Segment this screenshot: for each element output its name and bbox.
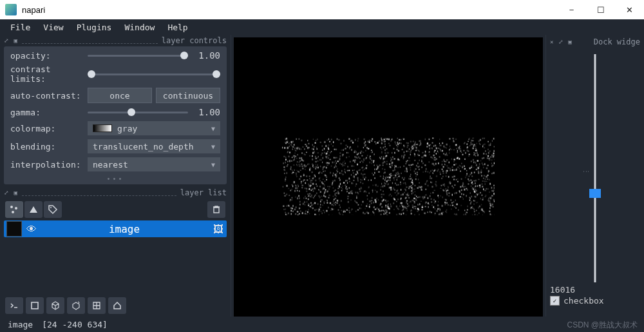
- opacity-slider[interactable]: [88, 50, 188, 61]
- svg-point-1: [15, 207, 17, 210]
- opacity-value: 1.00: [193, 50, 220, 61]
- shapes-icon: [28, 204, 39, 215]
- dock-widget-header: ✕ ⤢ ▣ Dock widge: [550, 36, 640, 48]
- layer-row[interactable]: 👁 image 🖼: [4, 220, 227, 237]
- watermark: CSDN @胜战大叔术: [567, 320, 638, 331]
- interpolation-select[interactable]: nearest▼: [88, 157, 220, 171]
- drag-handle-icon[interactable]: ⋮: [583, 168, 590, 175]
- reset-view-button[interactable]: [108, 297, 126, 314]
- delete-layer-button[interactable]: [207, 201, 225, 218]
- console-icon: [9, 300, 19, 311]
- layer-name: image: [39, 223, 210, 235]
- trash-icon: [211, 204, 222, 215]
- undock-icon[interactable]: ⤢ ▣: [4, 37, 18, 44]
- title-bar: napari − ☐ ✕: [0, 0, 644, 19]
- left-panel: ⤢ ▣ layer controls opacity: 1.00 contras…: [0, 35, 231, 332]
- layer-tools: [0, 199, 231, 220]
- svg-point-0: [10, 206, 13, 208]
- cube-icon: [50, 300, 61, 311]
- menu-file[interactable]: File: [4, 21, 37, 34]
- tag-icon: [48, 204, 58, 215]
- visibility-toggle-icon[interactable]: 👁: [24, 223, 39, 235]
- add-points-layer-button[interactable]: [5, 201, 23, 218]
- menu-window[interactable]: Window: [118, 21, 161, 34]
- colormap-swatch-icon: [93, 124, 112, 132]
- square-icon: [30, 300, 40, 311]
- image-icon: 🖼: [210, 223, 227, 235]
- contrast-limits-slider[interactable]: [88, 69, 220, 79]
- contrast-limits-label: contrast limits:: [10, 64, 88, 84]
- chevron-down-icon: ▼: [211, 161, 215, 168]
- window-title: napari: [22, 5, 45, 15]
- svg-rect-4: [32, 302, 38, 309]
- menu-view[interactable]: View: [37, 21, 70, 34]
- undock-icon[interactable]: ✕ ⤢ ▣: [550, 39, 573, 45]
- status-bar: image [24 -240 634]: [0, 317, 644, 332]
- svg-point-2: [12, 211, 14, 213]
- checkbox[interactable]: ✓: [550, 296, 560, 306]
- status-layer-name: image: [8, 320, 33, 329]
- transpose-button[interactable]: [67, 297, 85, 314]
- auto-contrast-once-button[interactable]: once: [88, 88, 152, 103]
- layer-controls-panel: opacity: 1.00 contrast limits: auto-cont…: [4, 46, 227, 184]
- auto-contrast-label: auto-contrast:: [10, 91, 88, 101]
- ndisplay-button[interactable]: [26, 297, 44, 314]
- colormap-select[interactable]: gray▼: [88, 121, 220, 135]
- layer-list: 👁 image 🖼: [0, 220, 231, 237]
- close-button[interactable]: ✕: [615, 0, 644, 19]
- add-shapes-layer-button[interactable]: [24, 201, 43, 218]
- add-labels-layer-button[interactable]: [44, 201, 62, 218]
- drag-handle-icon[interactable]: •••: [10, 175, 220, 183]
- roll-dims-button[interactable]: [46, 297, 64, 314]
- home-icon: [112, 300, 122, 311]
- chevron-down-icon: ▼: [211, 143, 215, 150]
- canvas[interactable]: [234, 37, 543, 318]
- interpolation-label: interpolation:: [10, 160, 88, 170]
- maximize-button[interactable]: ☐: [586, 0, 615, 19]
- blending-label: blending:: [10, 142, 88, 151]
- menu-plugins[interactable]: Plugins: [70, 21, 118, 34]
- colormap-label: colormap:: [10, 124, 88, 133]
- chevron-down-icon: ▼: [211, 125, 215, 132]
- minimize-button[interactable]: −: [557, 0, 586, 19]
- gamma-value: 1.00: [193, 107, 220, 117]
- viewer-panel: 0 ▶ ⏮ ⏭ 24 | 49: [231, 35, 545, 332]
- image-content: [282, 137, 495, 215]
- viewer-toolbar: [0, 295, 241, 317]
- menu-bar: File View Plugins Window Help: [0, 19, 644, 35]
- layer-thumbnail: [6, 221, 22, 237]
- console-button[interactable]: [5, 297, 23, 314]
- rotate-cube-icon: [71, 300, 81, 311]
- auto-contrast-continuous-button[interactable]: continuous: [156, 88, 220, 103]
- opacity-label: opacity:: [10, 51, 88, 61]
- menu-help[interactable]: Help: [161, 21, 194, 34]
- layer-list-header: ⤢ ▣ layer list: [0, 187, 231, 199]
- threshold-slider[interactable]: ⋮: [589, 54, 601, 282]
- undock-icon[interactable]: ⤢ ▣: [4, 190, 18, 196]
- gamma-slider[interactable]: [88, 107, 188, 117]
- layer-controls-header: ⤢ ▣ layer controls: [0, 35, 231, 46]
- threshold-value: 16016: [550, 285, 640, 295]
- points-icon: [9, 204, 19, 215]
- dock-widget-panel: ✕ ⤢ ▣ Dock widge ⋮ 16016 ✓ checkbox rang…: [545, 35, 644, 332]
- grid-button[interactable]: [88, 297, 106, 314]
- checkbox-label: checkbox: [564, 296, 604, 306]
- blending-select[interactable]: translucent_no_depth▼: [88, 139, 220, 153]
- app-icon: [5, 4, 17, 15]
- svg-point-3: [50, 207, 52, 208]
- gamma-label: gamma:: [10, 108, 88, 117]
- grid-icon: [91, 300, 102, 311]
- status-coordinates: [24 -240 634]: [42, 320, 108, 329]
